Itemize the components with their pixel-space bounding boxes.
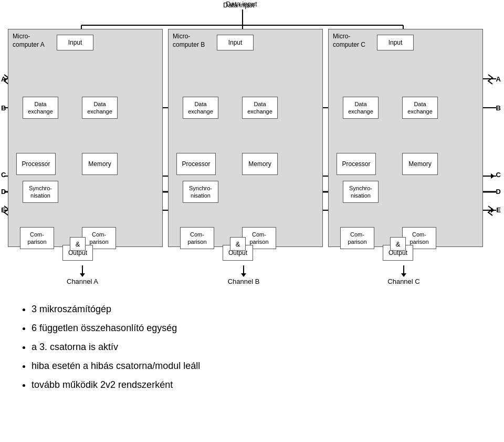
bullet-5: tovább működik 2v2 rendszerként — [32, 375, 200, 394]
mc-a-title: Micro-computer A — [13, 33, 45, 49]
mc-a-data-exchange-right: Dataexchange — [82, 97, 118, 119]
row-label-d-right: D — [496, 188, 501, 196]
mc-a-input-box: Input — [57, 35, 93, 50]
microcomputer-b: Micro-computer B Input Dataexchange Data… — [168, 29, 323, 247]
channel-b-label: Channel B — [217, 277, 270, 285]
mc-c-title: Micro-computer C — [333, 33, 365, 49]
mc-a-data-exchange-left: Dataexchange — [23, 97, 58, 119]
bullet-1: 3 mikroszámítógép — [32, 300, 200, 318]
svg-marker-66 — [491, 173, 495, 179]
channel-c-label: Channel C — [377, 277, 430, 285]
row-label-a-right: A — [496, 75, 501, 83]
row-label-e-right: E — [496, 206, 501, 214]
channel-a-label: Channel A — [56, 277, 109, 285]
mc-a-and-gate: & — [70, 237, 86, 251]
svg-marker-72 — [491, 208, 495, 213]
row-label-b-left: B — [1, 104, 6, 112]
mc-b-processor: Processor — [176, 153, 216, 175]
svg-marker-86 — [80, 273, 85, 277]
row-label-b-right: B — [496, 104, 501, 112]
row-label-e-left: E — [1, 206, 6, 214]
mc-c-sync: Synchro-nisation — [343, 181, 379, 203]
microcomputer-c: Micro-computer C Input Dataexchange Data… — [328, 29, 483, 247]
diagram-area: Data input — [0, 0, 504, 284]
mc-c-data-exchange-right: Dataexchange — [402, 97, 438, 119]
mc-b-comp-left: Com-parison — [180, 227, 214, 249]
mc-c-processor: Processor — [337, 153, 376, 175]
mc-c-and-gate: & — [390, 237, 406, 251]
row-label-c-left: C — [1, 171, 6, 179]
row-label-c-right: C — [496, 171, 501, 179]
svg-marker-90 — [401, 273, 406, 277]
mc-b-data-exchange-left: Dataexchange — [183, 97, 218, 119]
bullet-3: a 3. csatorna is aktív — [32, 337, 200, 356]
row-label-a-left: A — [1, 75, 6, 83]
mc-c-data-exchange-left: Dataexchange — [343, 97, 379, 119]
row-label-d-left: D — [1, 188, 6, 196]
bullet-section: 3 mikroszámítógép 6 független összehason… — [16, 300, 200, 394]
bullet-4: hiba esetén a hibás csatorna/modul leáll — [32, 356, 200, 375]
mc-c-comp-left: Com-parison — [340, 227, 374, 249]
mc-b-data-exchange-right: Dataexchange — [242, 97, 278, 119]
mc-a-comp-left: Com-parison — [20, 227, 54, 249]
mc-b-input-box: Input — [217, 35, 254, 50]
bullet-2: 6 független összehasonlító egység — [32, 318, 200, 337]
svg-marker-88 — [241, 273, 246, 277]
mc-c-input-box: Input — [377, 35, 414, 50]
mc-c-memory: Memory — [402, 153, 438, 175]
mc-b-sync: Synchro-nisation — [183, 181, 218, 203]
mc-b-memory: Memory — [242, 153, 278, 175]
microcomputer-a: Micro-computer A Input Dataexchange Data… — [8, 29, 163, 247]
mc-a-processor: Processor — [16, 153, 56, 175]
mc-b-title: Micro-computer B — [173, 33, 205, 49]
data-input-label: Data input — [223, 1, 254, 9]
mc-b-and-gate: & — [230, 237, 246, 251]
mc-a-memory: Memory — [82, 153, 118, 175]
mc-a-sync: Synchro-nisation — [23, 181, 58, 203]
